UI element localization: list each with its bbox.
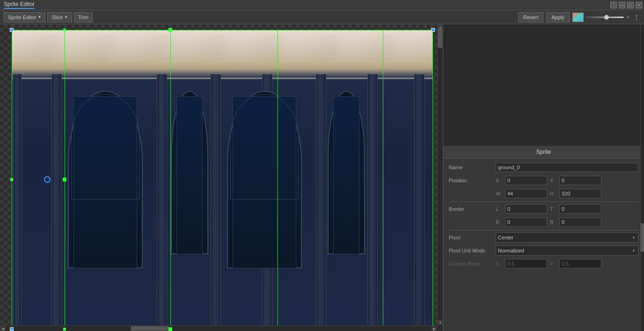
custom-pivot-group: X Y xyxy=(496,259,638,268)
toolbar-right: Revert Apply ☀ ⋮ xyxy=(518,12,640,22)
scrollbar-corner xyxy=(437,325,443,331)
t-label: T xyxy=(550,206,556,212)
w-input[interactable] xyxy=(505,189,547,198)
panel-body: Name Position X Y xyxy=(443,158,644,275)
sprite-editor-dropdown-btn[interactable]: Sprite Editor ▼ xyxy=(4,12,45,22)
column-8 xyxy=(414,74,424,329)
handle-mid-right[interactable] xyxy=(63,178,66,181)
l-label: L xyxy=(496,206,502,212)
cornice-detail xyxy=(12,35,433,63)
handle-bot-mid1[interactable] xyxy=(63,328,66,331)
handle-pivot[interactable] xyxy=(44,176,51,183)
brightness-icon: ☀ xyxy=(626,14,630,20)
main-content: ▲ ▼ ◀ ▶ Sprite Name Posit xyxy=(0,24,644,331)
custom-y-input[interactable] xyxy=(559,259,601,268)
pos-y-input[interactable] xyxy=(559,176,601,185)
sprite-container xyxy=(12,30,433,329)
border-l-input[interactable] xyxy=(505,204,547,214)
pivot-select-wrapper: Center Top Left Top Center Top Right Lef… xyxy=(496,232,638,243)
name-row: Name xyxy=(449,162,638,173)
y-label: Y xyxy=(550,178,556,183)
slice-chevron-icon: ▼ xyxy=(64,15,68,19)
scrollbar-v-thumb[interactable] xyxy=(438,29,442,48)
custom-pivot-row: Custom Pivot X Y xyxy=(449,259,638,269)
border-b-input[interactable] xyxy=(559,217,601,227)
title-bar-close-btn[interactable]: × xyxy=(636,2,642,8)
border-row-1: Border L T xyxy=(449,204,638,214)
position-xy-group: X Y xyxy=(496,176,638,185)
h-input[interactable] xyxy=(559,189,601,198)
title-bar-more-btn[interactable]: ⋮ xyxy=(610,2,617,8)
pivot-select[interactable]: Center Top Left Top Center Top Right Lef… xyxy=(496,232,638,243)
scroll-right-arrow[interactable]: ▶ xyxy=(432,326,437,331)
column-1 xyxy=(13,74,22,329)
window-gothic-3 xyxy=(230,94,299,200)
border-label: Border xyxy=(449,206,496,212)
brightness-slider-container: ☀ xyxy=(586,14,630,20)
scrollbar-h-thumb[interactable] xyxy=(131,326,168,331)
column-7 xyxy=(367,74,378,329)
window-1 xyxy=(68,91,143,268)
sprite-panel: Sprite Name Position X Y xyxy=(443,146,644,331)
border-t-input[interactable] xyxy=(559,204,601,214)
handle-top-left[interactable] xyxy=(10,28,14,32)
toolbar-menu-btn[interactable]: ⋮ xyxy=(633,12,640,22)
scroll-down-arrow[interactable]: ▼ xyxy=(438,320,443,325)
right-panel-scrollbar[interactable] xyxy=(640,24,644,331)
divider-2 xyxy=(449,230,638,230)
position-row-2: W H xyxy=(449,188,638,199)
canvas-area[interactable]: ▲ ▼ ◀ ▶ xyxy=(0,24,443,331)
apply-btn[interactable]: Apply xyxy=(546,12,570,22)
color-mode-btn[interactable] xyxy=(572,13,584,22)
sprite-editor-chevron-icon: ▼ xyxy=(38,15,42,19)
vertical-scrollbar[interactable]: ▲ ▼ xyxy=(437,24,443,331)
column-4 xyxy=(211,74,221,329)
handle-top-right[interactable] xyxy=(431,28,435,32)
column-3 xyxy=(157,74,167,329)
title-bar-max-btn[interactable]: □ xyxy=(627,2,634,8)
wh-group: W H xyxy=(496,189,638,198)
trim-btn[interactable]: Trim xyxy=(74,12,93,22)
right-panel: Sprite Name Position X Y xyxy=(443,24,644,331)
custom-pivot-label: Custom Pivot xyxy=(449,261,496,266)
handle-top-mid1[interactable] xyxy=(63,29,66,31)
pivot-label: Pivot xyxy=(449,235,496,240)
column-6 xyxy=(316,74,326,329)
pivot-unit-row: Pivot Unit Mode Normalized Pixels xyxy=(449,245,638,256)
toolbar: Sprite Editor ▼ Slice ▼ Trim Revert Appl… xyxy=(0,10,644,24)
brightness-slider[interactable] xyxy=(586,16,624,18)
custom-x-label: X xyxy=(496,261,502,266)
right-scrollbar-thumb[interactable] xyxy=(641,223,644,252)
building-image xyxy=(12,30,433,329)
border-r-input[interactable] xyxy=(505,217,547,227)
b-label: B xyxy=(550,219,556,225)
title-bar: Sprite Editor ⋮ — □ × xyxy=(0,0,644,10)
window-3 xyxy=(227,91,302,268)
handle-mid-left[interactable] xyxy=(10,178,13,181)
window-4 xyxy=(328,91,365,254)
handle-bot-mid2[interactable] xyxy=(168,327,172,331)
title-bar-controls[interactable]: ⋮ — □ × xyxy=(610,2,642,8)
handle-bot-left[interactable] xyxy=(10,327,14,331)
window-gothic-1 xyxy=(71,94,139,200)
pos-x-input[interactable] xyxy=(505,176,547,185)
revert-btn[interactable]: Revert xyxy=(518,12,543,22)
slice-dropdown-btn[interactable]: Slice ▼ xyxy=(47,12,72,22)
pivot-unit-select[interactable]: Normalized Pixels xyxy=(496,245,638,256)
border-row-2: R B xyxy=(449,217,638,227)
divider-1 xyxy=(449,201,638,202)
border-rb-group: R B xyxy=(496,217,638,227)
slice-label: Slice xyxy=(51,14,63,20)
panel-header: Sprite xyxy=(443,146,644,158)
handle-top-mid2[interactable] xyxy=(168,28,172,32)
title-bar-min-btn[interactable]: — xyxy=(619,2,625,8)
custom-y-label: Y xyxy=(550,261,556,266)
window-2 xyxy=(171,91,208,254)
r-label: R xyxy=(496,219,502,225)
pivot-row: Pivot Center Top Left Top Center Top Rig… xyxy=(449,232,638,243)
x-label: X xyxy=(496,178,502,183)
name-input[interactable] xyxy=(496,163,638,172)
scroll-left-arrow[interactable]: ◀ xyxy=(0,326,6,331)
custom-x-input[interactable] xyxy=(505,259,547,268)
trim-label: Trim xyxy=(78,14,88,20)
